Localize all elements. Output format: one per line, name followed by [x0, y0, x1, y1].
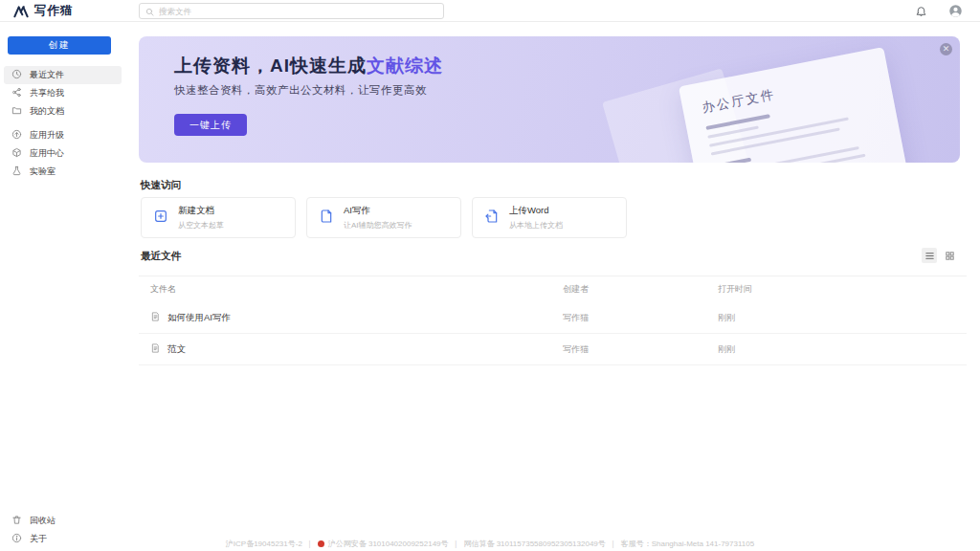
header-actions — [915, 0, 963, 22]
main-content: 办公厅文件 上传资料，AI快速生成文献综述 快速整合资料，高效产出公文材料，让写… — [139, 22, 967, 551]
sidebar-item-label: 我的文档 — [30, 105, 64, 118]
banner-subtitle: 快速整合资料，高效产出公文材料，让写作更高效 — [174, 83, 427, 98]
folder-icon — [11, 105, 22, 118]
sidebar-item-my-documents[interactable]: 我的文档 — [4, 102, 122, 121]
file-creator: 写作猫 — [563, 312, 718, 324]
sidebar-item-lab[interactable]: 实验室 — [4, 163, 122, 181]
card-subtitle: 从本地上传文档 — [509, 220, 563, 231]
clock-icon — [11, 69, 22, 81]
view-toggles — [922, 248, 957, 263]
notifications-bell-icon[interactable] — [915, 5, 927, 17]
table-row[interactable]: 范文 写作猫 刚刚 — [139, 334, 967, 365]
ai-writing-card[interactable]: AI写作 让AI辅助您高效写作 — [306, 197, 461, 238]
column-header-opened: 打开时间 — [718, 283, 967, 296]
file-name: 范文 — [167, 343, 186, 356]
page-footer: 沪ICP备19045231号-2 ｜ 沪公网安备 310104020092521… — [0, 539, 980, 549]
quick-access-cards: 新建文档 从空文本起草 AI写作 让AI辅助您高效写作 — [141, 197, 627, 238]
create-button[interactable]: 创建 — [8, 36, 111, 55]
table-header-row: 文件名 创建者 打开时间 — [139, 276, 967, 302]
grid-view-icon[interactable] — [942, 248, 957, 263]
footer-icp: 沪ICP备19045231号-2 — [226, 539, 302, 549]
footer-netinfo: 网信算备 310115735580952305132049号 — [463, 539, 605, 549]
ai-writing-doc-icon — [319, 209, 334, 228]
trash-icon — [11, 515, 22, 527]
top-header: 写作猫 — [0, 0, 980, 22]
police-badge-icon — [318, 540, 324, 547]
file-opened-time: 刚刚 — [718, 343, 967, 356]
recent-files-table: 文件名 创建者 打开时间 如何使用AI写作 写作猫 刚刚 — [139, 276, 967, 365]
file-doc-icon — [150, 311, 161, 324]
upload-word-card[interactable]: 上传Word 从本地上传文档 — [472, 197, 627, 238]
app-center-cube-icon — [11, 147, 22, 160]
sidebar-item-label: 实验室 — [30, 165, 56, 178]
sidebar-item-recycle-bin[interactable]: 回收站 — [4, 512, 122, 530]
banner-close-icon[interactable]: ✕ — [940, 43, 952, 55]
sidebar-item-label: 应用升级 — [30, 129, 64, 142]
column-header-creator: 创建者 — [563, 283, 718, 296]
sidebar-item-label: 共享给我 — [30, 87, 64, 99]
quick-access-title: 快速访问 — [141, 179, 181, 192]
footer-police: 沪公网安备 31010402009252149号 — [328, 539, 449, 549]
card-subtitle: 让AI辅助您高效写作 — [344, 220, 412, 231]
upload-word-icon — [484, 209, 500, 228]
footer-separator: ｜ — [306, 539, 314, 549]
file-name: 如何使用AI写作 — [167, 312, 231, 324]
footer-separator: ｜ — [453, 539, 460, 549]
sidebar-item-label: 最近文件 — [30, 69, 64, 81]
card-subtitle: 从空文本起草 — [178, 220, 224, 231]
sidebar-item-recent-files[interactable]: 最近文件 — [4, 66, 122, 84]
sidebar-item-shared-with-me[interactable]: 共享给我 — [4, 84, 122, 102]
footer-support: 客服号：Shanghai-Meta 141-79731105 — [621, 539, 755, 549]
card-title: AI写作 — [344, 205, 412, 217]
search-input[interactable] — [159, 7, 437, 16]
banner-title-highlight: 文献综述 — [367, 55, 443, 76]
promo-banner: 办公厅文件 上传资料，AI快速生成文献综述 快速整合资料，高效产出公文材料，让写… — [139, 36, 960, 163]
sidebar-nav: 最近文件 共享给我 我的文档 — [4, 66, 122, 181]
footer-separator: ｜ — [610, 539, 617, 549]
logo-text: 写作猫 — [34, 3, 74, 19]
app-logo[interactable]: 写作猫 — [13, 0, 74, 22]
logo-mark-icon — [13, 5, 29, 18]
file-opened-time: 刚刚 — [718, 312, 967, 324]
upgrade-arrow-icon — [11, 129, 22, 142]
new-document-icon — [153, 209, 168, 228]
file-doc-icon — [150, 342, 161, 356]
recent-files-title: 最近文件 — [141, 250, 181, 263]
share-icon — [11, 87, 22, 99]
one-click-upload-button[interactable]: 一键上传 — [174, 114, 247, 136]
column-header-filename: 文件名 — [139, 283, 563, 296]
search-icon — [145, 3, 154, 20]
sidebar-item-label: 回收站 — [30, 515, 56, 527]
table-row[interactable]: 如何使用AI写作 写作猫 刚刚 — [139, 302, 967, 334]
sidebar: 创建 最近文件 共享给我 — [0, 22, 125, 551]
list-view-icon[interactable] — [922, 248, 937, 263]
sidebar-item-app-center[interactable]: 应用中心 — [4, 144, 122, 163]
new-document-card[interactable]: 新建文档 从空文本起草 — [141, 197, 296, 238]
card-title: 上传Word — [509, 205, 563, 217]
banner-document-preview: 办公厅文件 — [679, 47, 922, 163]
app-window: 写作猫 — [0, 0, 980, 551]
sidebar-item-app-upgrade[interactable]: 应用升级 — [4, 126, 122, 144]
flask-icon — [11, 165, 22, 178]
card-title: 新建文档 — [178, 205, 224, 217]
sidebar-item-label: 应用中心 — [30, 147, 64, 160]
search-bar[interactable] — [139, 3, 444, 19]
file-creator: 写作猫 — [563, 343, 718, 356]
banner-title: 上传资料，AI快速生成文献综述 — [174, 54, 443, 78]
user-avatar[interactable] — [948, 4, 963, 18]
